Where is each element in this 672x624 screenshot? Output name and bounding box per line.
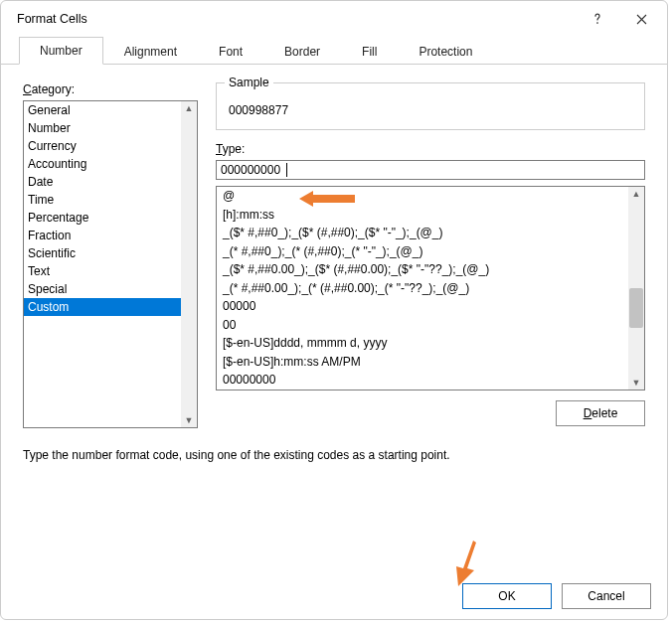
text-caret xyxy=(286,163,287,177)
delete-button[interactable]: Delete xyxy=(556,400,645,426)
tab-alignment[interactable]: Alignment xyxy=(103,38,198,65)
sample-label: Sample xyxy=(225,76,273,89)
tabs-bar: Number Alignment Font Border Fill Protec… xyxy=(1,37,667,65)
category-scrollbar[interactable]: ▲ ▼ xyxy=(181,101,197,427)
tab-fill[interactable]: Fill xyxy=(341,38,398,65)
type-input[interactable] xyxy=(216,160,645,180)
type-label: Type: xyxy=(216,142,645,156)
scrollbar-thumb[interactable] xyxy=(629,288,643,328)
help-button[interactable] xyxy=(576,4,619,34)
type-list-item[interactable]: _(* #,##0_);_(* (#,##0);_(* "-"_);_(@_) xyxy=(217,242,628,261)
category-item[interactable]: Text xyxy=(24,262,181,280)
scroll-up-icon: ▲ xyxy=(628,187,644,201)
category-item[interactable]: Scientific xyxy=(24,244,181,262)
format-cells-dialog: Format Cells Number Alignment Font Borde… xyxy=(0,0,668,620)
dialog-title: Format Cells xyxy=(17,12,576,26)
category-item-custom[interactable]: Custom xyxy=(24,298,181,316)
sample-value: 000998877 xyxy=(227,103,634,117)
scroll-up-icon: ▲ xyxy=(181,101,197,115)
sample-groupbox: Sample 000998877 xyxy=(216,82,645,130)
type-list-item[interactable]: _(* #,##0.00_);_(* (#,##0.00);_(* "-"??_… xyxy=(217,279,628,298)
titlebar: Format Cells xyxy=(1,1,667,37)
type-list-item[interactable]: [h]:mm:ss xyxy=(217,206,628,225)
category-item[interactable]: General xyxy=(24,101,181,119)
type-list-item[interactable]: 00000 xyxy=(217,297,628,316)
category-item[interactable]: Date xyxy=(24,173,181,191)
category-item[interactable]: Percentage xyxy=(24,209,181,227)
scroll-down-icon: ▼ xyxy=(628,376,644,390)
type-list-item-selected[interactable]: 000000000 xyxy=(217,390,628,390)
annotation-arrow-icon xyxy=(448,541,476,586)
type-scrollbar[interactable]: ▲ ▼ xyxy=(628,187,644,390)
category-label: Category: xyxy=(23,82,198,96)
type-list-item[interactable]: @ xyxy=(217,187,628,206)
tab-protection[interactable]: Protection xyxy=(398,38,493,65)
type-list-item[interactable]: [$-en-US]dddd, mmmm d, yyyy xyxy=(217,334,628,353)
info-text: Type the number format code, using one o… xyxy=(1,438,667,472)
category-item[interactable]: Currency xyxy=(24,137,181,155)
dialog-footer: OK Cancel xyxy=(462,583,651,609)
tab-body: Category: General Number Currency Accoun… xyxy=(1,65,667,438)
type-list-item[interactable]: [$-en-US]h:mm:ss AM/PM xyxy=(217,353,628,372)
svg-marker-1 xyxy=(456,541,476,586)
type-listbox[interactable]: @ [h]:mm:ss _($* #,##0_);_($* (#,##0);_(… xyxy=(216,186,645,390)
ok-button[interactable]: OK xyxy=(462,583,552,609)
type-list-item[interactable]: _($* #,##0_);_($* (#,##0);_($* "-"_);_(@… xyxy=(217,224,628,242)
category-item[interactable]: Time xyxy=(24,191,181,209)
type-list-item[interactable]: 00000000 xyxy=(217,371,628,390)
tab-border[interactable]: Border xyxy=(263,38,341,65)
close-button[interactable] xyxy=(619,4,663,34)
category-item[interactable]: Accounting xyxy=(24,155,181,173)
category-item[interactable]: Special xyxy=(24,280,181,298)
type-list-item[interactable]: _($* #,##0.00_);_($* (#,##0.00);_($* "-"… xyxy=(217,260,628,279)
category-item[interactable]: Fraction xyxy=(24,227,181,244)
category-item[interactable]: Number xyxy=(24,119,181,137)
tab-number[interactable]: Number xyxy=(19,37,103,65)
type-list-item[interactable]: 00 xyxy=(217,316,628,335)
cancel-button[interactable]: Cancel xyxy=(562,583,651,609)
category-listbox[interactable]: General Number Currency Accounting Date … xyxy=(23,100,198,428)
tab-font[interactable]: Font xyxy=(198,38,263,65)
scroll-down-icon: ▼ xyxy=(181,413,197,427)
